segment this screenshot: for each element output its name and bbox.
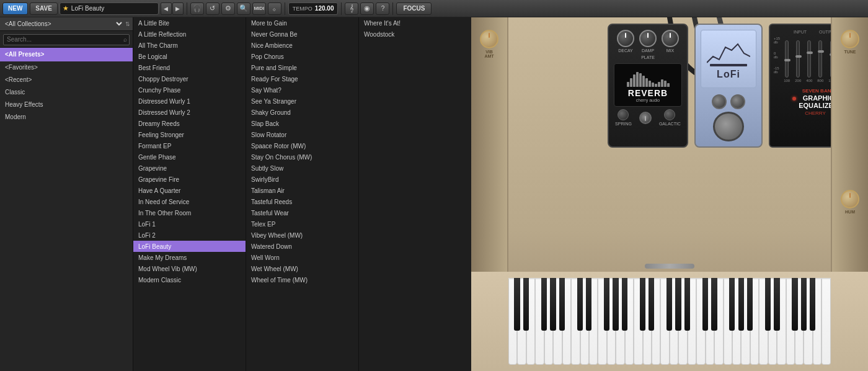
black-key[interactable] — [738, 278, 744, 331]
settings2-button[interactable]: ◉ — [360, 2, 374, 15]
black-key[interactable] — [523, 278, 529, 331]
vib-knob[interactable] — [480, 30, 498, 48]
search-input[interactable] — [3, 34, 130, 45]
list-item[interactable]: Ready For Stage — [246, 73, 358, 84]
list-item[interactable]: SwirlyBird — [246, 174, 358, 185]
all-presets-item[interactable]: <All Presets> — [0, 48, 133, 61]
midi-button[interactable]: MIDI — [252, 2, 266, 15]
black-key[interactable] — [604, 278, 609, 331]
lofi-footswitch[interactable] — [713, 112, 744, 141]
help-button[interactable]: ? — [376, 2, 389, 15]
galactic-knob[interactable] — [664, 109, 675, 120]
black-key[interactable] — [675, 278, 681, 331]
list-item[interactable]: Never Gonna Be — [246, 29, 358, 40]
eq-slider-1[interactable] — [785, 40, 789, 78]
list-item[interactable]: Shaky Ground — [246, 107, 358, 118]
list-item[interactable]: In Need of Service — [133, 196, 246, 207]
black-key[interactable] — [711, 278, 717, 331]
list-item[interactable]: Choppy Destroyer — [133, 73, 246, 84]
new-button[interactable]: NEW — [2, 2, 28, 15]
list-item[interactable]: Tasteful Reeds — [246, 196, 358, 207]
black-key[interactable] — [622, 278, 627, 331]
mix-knob[interactable] — [662, 30, 679, 47]
list-item[interactable]: Formant EP — [133, 140, 246, 151]
list-item[interactable]: Slap Back — [246, 118, 358, 129]
list-item[interactable]: Crunchy Phase — [133, 84, 246, 96]
hum-knob[interactable] — [841, 190, 859, 208]
list-item[interactable]: Vibey Wheel (MW) — [246, 230, 358, 241]
list-item[interactable]: A Little Bite — [133, 17, 246, 29]
black-key[interactable] — [613, 278, 618, 331]
list-item[interactable]: Wet Wheel (MW) — [246, 263, 358, 274]
vinyl-knob[interactable] — [712, 94, 727, 109]
spring-knob[interactable] — [618, 109, 629, 120]
list-item[interactable]: Spaace Rotor (MW) — [246, 140, 358, 151]
modern-item[interactable]: Modern — [0, 111, 133, 123]
black-key[interactable] — [541, 278, 547, 331]
list-item[interactable]: Subtly Slow — [246, 163, 358, 174]
settings-button[interactable]: ⚙ — [221, 2, 235, 15]
list-item[interactable]: Pure and Simple — [246, 62, 358, 73]
loop-button[interactable]: ↺ — [206, 2, 219, 15]
list-item[interactable]: Dreamy Reeds — [133, 118, 246, 129]
list-item[interactable]: Grapevine — [133, 163, 246, 174]
list-item[interactable]: Say What? — [246, 84, 358, 96]
list-item[interactable]: Be Logical — [133, 51, 246, 62]
classic-item[interactable]: Classic — [0, 86, 133, 99]
recent-item[interactable]: <Recent> — [0, 74, 133, 86]
black-key[interactable] — [666, 278, 672, 331]
next-preset-button[interactable]: ▶ — [172, 2, 184, 15]
list-item[interactable]: Distressed Wurly 2 — [133, 107, 246, 118]
black-key[interactable] — [550, 278, 556, 331]
headphones-button[interactable]: 🎧 — [190, 2, 204, 15]
list-item[interactable]: Telex EP — [246, 218, 358, 230]
list-item[interactable]: Feeling Stronger — [133, 129, 246, 140]
black-key[interactable] — [801, 278, 807, 331]
black-key[interactable] — [514, 278, 520, 331]
collections-select[interactable]: <All Collections> — [2, 20, 124, 28]
list-item[interactable]: Mod Wheel Vib (MW) — [133, 263, 246, 274]
list-item[interactable]: Make My Dreams — [133, 252, 246, 263]
black-key[interactable] — [774, 278, 779, 331]
eq-slider-2[interactable] — [796, 40, 800, 78]
white-key[interactable] — [822, 278, 830, 365]
focus-button[interactable]: FOCUS — [396, 2, 432, 15]
black-key[interactable] — [649, 278, 654, 331]
reverb-switch[interactable] — [639, 112, 652, 124]
save-button[interactable]: SAVE — [30, 2, 58, 15]
list-item[interactable]: Slow Rotator — [246, 129, 358, 140]
list-item[interactable]: Pop Chorus — [246, 51, 358, 62]
list-item[interactable]: Talisman Air — [246, 185, 358, 196]
black-key[interactable] — [810, 278, 815, 331]
list-item[interactable]: Well Worn — [246, 252, 358, 263]
list-item[interactable]: A Little Reflection — [133, 29, 246, 40]
black-key[interactable] — [640, 278, 645, 331]
eq-slider-3[interactable] — [807, 40, 811, 78]
black-key[interactable] — [586, 278, 591, 331]
heavy-effects-item[interactable]: Heavy Effects — [0, 99, 133, 111]
black-key[interactable] — [765, 278, 771, 331]
black-key[interactable] — [577, 278, 583, 331]
list-item[interactable]: Modern Classic — [133, 274, 246, 285]
list-item[interactable]: See Ya Stranger — [246, 96, 358, 107]
black-key[interactable] — [559, 278, 565, 331]
black-key[interactable] — [747, 278, 753, 331]
list-item[interactable]: LoFi 1 — [133, 218, 246, 230]
favorites-item[interactable]: <Favorites> — [0, 61, 133, 74]
list-item[interactable]: Have A Quarter — [133, 185, 246, 196]
noise-knob[interactable] — [730, 94, 745, 109]
prev-preset-button[interactable]: ◀ — [161, 2, 172, 15]
list-item[interactable]: Distressed Wurly 1 — [133, 96, 246, 107]
list-item[interactable]: LoFi Beauty — [133, 241, 246, 252]
list-item[interactable]: Stay On Chorus (MW) — [246, 151, 358, 163]
list-item[interactable]: Wheel of Time (MW) — [246, 274, 358, 285]
search-button[interactable]: 🔍 — [237, 2, 250, 15]
list-item[interactable]: Watered Down — [246, 241, 358, 252]
list-item[interactable]: In The Other Room — [133, 207, 246, 218]
black-key[interactable] — [792, 278, 797, 331]
list-item[interactable]: Tasteful Wear — [246, 207, 358, 218]
tune-knob[interactable] — [841, 30, 859, 48]
plugin-button[interactable]: ⬦ — [268, 2, 281, 15]
black-key[interactable] — [729, 278, 735, 331]
collections-dropdown[interactable]: <All Collections> ⇅ — [0, 17, 133, 31]
